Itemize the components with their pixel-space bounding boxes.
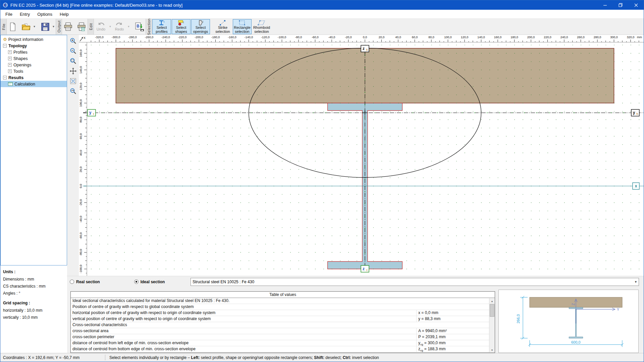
svg-text:180,0: 180,0: [511, 36, 518, 39]
expand-toggle[interactable]: +: [8, 57, 12, 60]
ideal-section-radio[interactable]: Ideal section: [134, 280, 165, 284]
tree-item-profiles[interactable]: +Profiles: [1, 49, 67, 55]
export-picture-icon: B: [135, 22, 145, 32]
save-button[interactable]: [39, 19, 51, 35]
svg-text:220,0: 220,0: [544, 36, 551, 39]
strike-selection-icon: [219, 20, 226, 26]
svg-text:160,0: 160,0: [494, 36, 502, 39]
pan-icon: [69, 67, 77, 75]
tree-item-calculation[interactable]: Calculation: [1, 81, 67, 87]
minimize-button[interactable]: [597, 0, 613, 10]
svg-text:-60,0: -60,0: [79, 232, 83, 239]
real-section-radio[interactable]: Real section: [70, 280, 100, 284]
tree-item-shapes[interactable]: +Shapes: [1, 55, 67, 62]
print-preview-button[interactable]: [75, 19, 88, 35]
svg-text:y: y: [89, 110, 92, 115]
scroll-thumb[interactable]: [490, 304, 494, 317]
tree-item-results[interactable]: −Results: [1, 74, 67, 81]
combobox-arrow-icon[interactable]: ▼: [634, 280, 637, 284]
zoom-in-button[interactable]: [68, 37, 77, 45]
print-preview-icon: [77, 22, 86, 31]
title-bar: FIN EC 2025 - Section (64 bit) [Fine onl…: [0, 0, 644, 10]
calculation-table-icon: [8, 82, 13, 86]
open-file-button[interactable]: [20, 19, 32, 35]
rhomboid-selection-button[interactable]: Rhomboidselection: [252, 19, 271, 34]
table-row: Cross-sectional characteristics: [71, 322, 495, 328]
expand-toggle[interactable]: +: [8, 63, 12, 67]
axis-label-yt: [88, 109, 96, 116]
units-title: Units :: [3, 269, 65, 274]
app-icon: [0, 2, 10, 8]
shape-icon: 1: [177, 20, 185, 26]
expand-toggle[interactable]: +: [8, 69, 12, 73]
zoom-in-icon: [69, 37, 77, 45]
app-window: FIN EC 2025 - Section (64 bit) [Fine onl…: [0, 0, 644, 362]
select-shapes-button[interactable]: 1 Selectshapes: [172, 19, 191, 34]
maximize-button[interactable]: [613, 0, 628, 10]
drawing-canvas[interactable]: -320,0-300,0-280,0-260,0-240,0-220,0-200…: [79, 35, 644, 276]
zoom-toolbar: [67, 35, 79, 276]
ideal-section-radio-circle[interactable]: [134, 280, 139, 284]
scroll-down-icon[interactable]: ▼: [489, 347, 495, 353]
pan-button[interactable]: [68, 67, 77, 75]
profile-icon: 1: [158, 20, 165, 26]
tree-item-topology[interactable]: −Topology: [1, 43, 67, 49]
strike-selection-button[interactable]: Strikeselection: [213, 19, 232, 34]
zoom-previous-icon: [69, 87, 77, 95]
svg-text:120,0: 120,0: [79, 83, 83, 90]
menu-file[interactable]: File: [2, 10, 16, 18]
toolbar-group-file: File: [0, 19, 7, 35]
new-document-icon: [9, 22, 16, 31]
ideal-section-label: Ideal section: [141, 280, 165, 284]
svg-text:60,0: 60,0: [412, 36, 418, 39]
svg-text:-60,0: -60,0: [312, 36, 319, 39]
tree-item-tools[interactable]: +Tools: [1, 68, 67, 74]
menu-options[interactable]: Options: [34, 10, 56, 18]
undo-button[interactable]: Undo: [94, 19, 108, 35]
scroll-up-icon[interactable]: ▲: [489, 298, 495, 304]
svg-text:120,0: 120,0: [461, 36, 469, 39]
fit-view-button[interactable]: [68, 77, 77, 85]
toolbar: File ▼ ▼ Output Edit Undo ▼ Redo: [0, 19, 644, 35]
status-bar: Coordinates : X = 192,6 mm; Y = -50,7 mm…: [0, 353, 644, 362]
tree-item-project-information[interactable]: ⚙Project information: [1, 36, 67, 43]
table-scrollbar[interactable]: ▲ ▼: [489, 298, 495, 353]
select-openings-button[interactable]: 1 Selectopenings: [191, 19, 210, 34]
redo-dropdown[interactable]: ▼: [126, 19, 131, 35]
svg-text:-140,0: -140,0: [245, 36, 253, 39]
print-button[interactable]: [62, 19, 74, 35]
table-row: vertical position of centre of gravity w…: [71, 316, 495, 322]
zoom-window-button[interactable]: [68, 57, 77, 65]
svg-text:x: x: [635, 184, 637, 188]
zoom-previous-button[interactable]: [68, 87, 77, 96]
redo-button[interactable]: Redo: [112, 19, 126, 35]
tree-item-openings[interactable]: +Openings: [1, 62, 67, 68]
svg-text:-300,0: -300,0: [112, 36, 120, 39]
zoom-window-icon: [69, 57, 77, 65]
menu-entry[interactable]: Entry: [16, 10, 34, 18]
collapse-toggle[interactable]: −: [3, 76, 7, 79]
undo-dropdown[interactable]: ▼: [108, 19, 112, 35]
preview-width-dim: 600,0: [571, 340, 581, 344]
zoom-out-button[interactable]: [68, 47, 77, 55]
expand-toggle[interactable]: +: [8, 50, 12, 54]
export-picture-button[interactable]: B: [133, 19, 146, 35]
svg-text:240,0: 240,0: [560, 36, 568, 39]
preview-z-axis-label: Z: [571, 303, 575, 305]
svg-text:B: B: [137, 24, 140, 28]
real-section-radio-circle[interactable]: [70, 280, 74, 284]
new-document-button[interactable]: [7, 19, 19, 35]
menu-help[interactable]: Help: [56, 10, 72, 18]
collapse-toggle[interactable]: −: [3, 44, 7, 48]
table-row: distance of centroid from bottom edge of…: [71, 346, 495, 352]
material-combobox[interactable]: Structural steel EN 10025 : Fe 430 ▼: [191, 278, 639, 286]
select-profiles-button[interactable]: 1 Selectprofiles: [152, 19, 171, 34]
open-file-dropdown[interactable]: ▼: [32, 19, 37, 35]
window-title: FIN EC 2025 - Section (64 bit) [Fine onl…: [10, 3, 597, 8]
svg-text:-100,0: -100,0: [278, 36, 286, 39]
svg-text:60,0: 60,0: [79, 133, 83, 139]
save-dropdown[interactable]: ▼: [51, 19, 56, 35]
toolbar-group-edit: Edit: [88, 19, 94, 35]
rectangle-selection-button[interactable]: Rectangleselection: [233, 19, 252, 34]
close-button[interactable]: [628, 0, 644, 10]
